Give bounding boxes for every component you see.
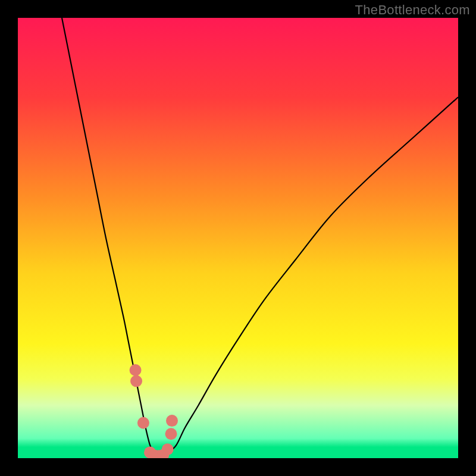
highlight-point (130, 375, 142, 387)
watermark-text: TheBottleneck.com (355, 2, 470, 18)
highlight-point (130, 364, 142, 376)
plot-inner-area (18, 18, 458, 458)
highlight-markers (130, 364, 178, 458)
curve-layer (18, 18, 458, 458)
highlight-point (162, 443, 174, 455)
bottleneck-curve (62, 18, 458, 458)
highlight-point (166, 415, 178, 427)
highlight-point (137, 417, 149, 429)
highlight-point (165, 428, 177, 440)
